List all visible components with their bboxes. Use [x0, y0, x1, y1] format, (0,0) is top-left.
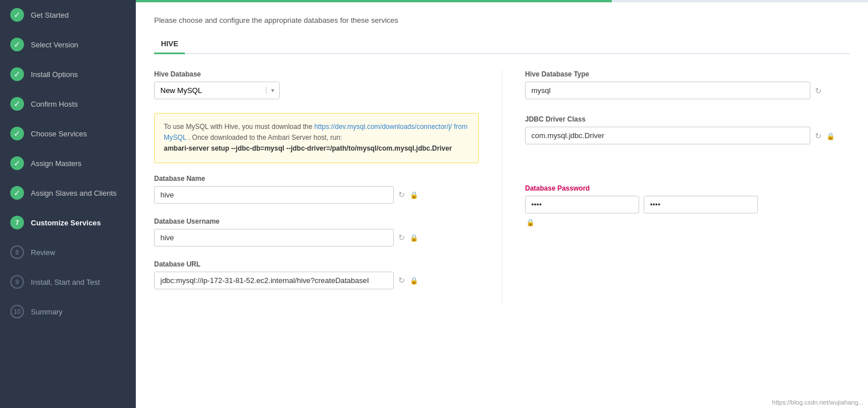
- sidebar: ✓ Get Started ✓ Select Version ✓ Install…: [0, 0, 136, 408]
- page-subtitle: Please choose and configure the appropri…: [154, 16, 850, 25]
- db-username-input-row: [154, 229, 479, 247]
- step-circle-install-start-test: 9: [10, 275, 24, 289]
- sidebar-label-get-started: Get Started: [31, 11, 68, 19]
- db-url-refresh-icon[interactable]: [398, 276, 405, 284]
- sidebar-item-install-options[interactable]: ✓ Install Options: [0, 59, 136, 89]
- db-name-input-row: [154, 186, 479, 204]
- sidebar-item-choose-services[interactable]: ✓ Choose Services: [0, 119, 136, 148]
- step-circle-choose-services: ✓: [10, 127, 24, 140]
- warning-command: ambari-server setup --jdbc-db=mysql --jd…: [164, 144, 452, 152]
- sidebar-label-assign-slaves: Assign Slaves and Clients: [31, 189, 116, 197]
- sidebar-item-confirm-hosts[interactable]: ✓ Confirm Hosts: [0, 89, 136, 119]
- db-url-label: Database URL: [154, 260, 479, 268]
- sidebar-item-assign-masters[interactable]: ✓ Assign Masters: [0, 148, 136, 178]
- db-name-lock-icon[interactable]: [410, 191, 418, 199]
- warning-box: To use MySQL with Hive, you must downloa…: [154, 113, 479, 163]
- sidebar-item-assign-slaves[interactable]: ✓ Assign Slaves and Clients: [0, 178, 136, 208]
- hive-database-label: Hive Database: [154, 70, 479, 78]
- sidebar-item-install-start-test[interactable]: 9 Install, Start and Test: [0, 267, 136, 297]
- db-type-input-row: [525, 82, 850, 99]
- jdbc-driver-field: JDBC Driver Class: [525, 115, 850, 144]
- sidebar-item-review[interactable]: 8 Review: [0, 237, 136, 267]
- sidebar-item-summary[interactable]: 10 Summary: [0, 297, 136, 326]
- step-circle-review: 8: [10, 245, 24, 259]
- sidebar-label-install-options: Install Options: [31, 70, 78, 79]
- db-password-lock-icon[interactable]: [526, 217, 535, 227]
- db-password-field: Database Password: [525, 184, 850, 227]
- db-username-field: Database Username: [154, 217, 479, 247]
- jdbc-driver-lock-icon[interactable]: [826, 132, 835, 140]
- jdbc-driver-input[interactable]: [525, 127, 810, 144]
- sidebar-label-choose-services: Choose Services: [31, 130, 87, 138]
- hive-db-type-input[interactable]: [525, 82, 810, 99]
- sidebar-label-assign-masters: Assign Masters: [31, 159, 82, 168]
- main-content: Please choose and configure the appropri…: [136, 0, 868, 408]
- step-circle-assign-masters: ✓: [10, 156, 24, 170]
- db-username-refresh-icon[interactable]: [398, 233, 405, 241]
- db-url-lock-icon[interactable]: [410, 276, 418, 284]
- db-url-input-row: [154, 272, 479, 289]
- warning-text-post: . Once downloaded to the Ambari Server h…: [188, 134, 342, 142]
- sidebar-label-select-version: Select Version: [31, 41, 78, 49]
- sidebar-item-customize-services[interactable]: 7 Customize Services: [0, 208, 136, 237]
- sidebar-label-confirm-hosts: Confirm Hosts: [31, 100, 78, 108]
- content-area: Please choose and configure the appropri…: [136, 2, 868, 408]
- jdbc-driver-label: JDBC Driver Class: [525, 115, 850, 123]
- sidebar-label-customize-services: Customize Services: [31, 219, 101, 227]
- jdbc-driver-input-row: [525, 127, 850, 144]
- db-name-field: Database Name: [154, 175, 479, 204]
- db-username-input[interactable]: [154, 229, 394, 247]
- db-username-label: Database Username: [154, 217, 479, 225]
- sidebar-label-summary: Summary: [31, 308, 63, 316]
- db-url-field: Database URL: [154, 260, 479, 289]
- db-url-input[interactable]: [154, 272, 394, 289]
- hive-database-field: Hive Database New MySQL Existing MySQL P…: [154, 70, 479, 99]
- hive-database-select-wrapper[interactable]: New MySQL Existing MySQL PostgreSQL ▾: [154, 82, 280, 99]
- db-password-input-1[interactable]: [525, 196, 639, 213]
- sidebar-item-get-started[interactable]: ✓ Get Started: [0, 0, 136, 30]
- url-hint: https://blog.csdn.net/wujiahang...: [772, 399, 863, 406]
- step-circle-customize-services: 7: [10, 216, 24, 229]
- db-name-refresh-icon[interactable]: [398, 191, 405, 199]
- sidebar-label-install-start-test: Install, Start and Test: [31, 278, 100, 286]
- db-password-label: Database Password: [525, 184, 850, 192]
- db-username-lock-icon[interactable]: [410, 233, 418, 241]
- step-circle-install-options: ✓: [10, 67, 24, 81]
- step-circle-confirm-hosts: ✓: [10, 97, 24, 111]
- hive-db-type-field: Hive Database Type: [525, 70, 850, 99]
- warning-text-pre: To use MySQL with Hive, you must downloa…: [164, 123, 314, 131]
- db-name-input[interactable]: [154, 186, 394, 204]
- tab-hive[interactable]: HIVE: [154, 36, 185, 54]
- db-password-input-2[interactable]: [644, 196, 758, 213]
- step-circle-get-started: ✓: [10, 8, 24, 22]
- tab-bar: HIVE: [154, 36, 850, 54]
- step-circle-summary: 10: [10, 305, 24, 318]
- step-circle-select-version: ✓: [10, 38, 24, 51]
- db-type-refresh-icon[interactable]: [815, 87, 822, 95]
- sidebar-label-review: Review: [31, 248, 55, 257]
- hive-database-select[interactable]: New MySQL Existing MySQL PostgreSQL: [155, 82, 266, 99]
- dropdown-arrow-icon[interactable]: ▾: [266, 87, 279, 94]
- step-circle-assign-slaves: ✓: [10, 186, 24, 200]
- form-right: Hive Database Type JDBC Driver Class: [502, 70, 850, 303]
- db-name-label: Database Name: [154, 175, 479, 183]
- form-left: Hive Database New MySQL Existing MySQL P…: [154, 70, 502, 303]
- jdbc-driver-refresh-icon[interactable]: [815, 132, 822, 140]
- hive-db-type-label: Hive Database Type: [525, 70, 850, 78]
- db-password-input-row: [525, 196, 850, 213]
- sidebar-item-select-version[interactable]: ✓ Select Version: [0, 30, 136, 59]
- form-columns: Hive Database New MySQL Existing MySQL P…: [154, 70, 850, 303]
